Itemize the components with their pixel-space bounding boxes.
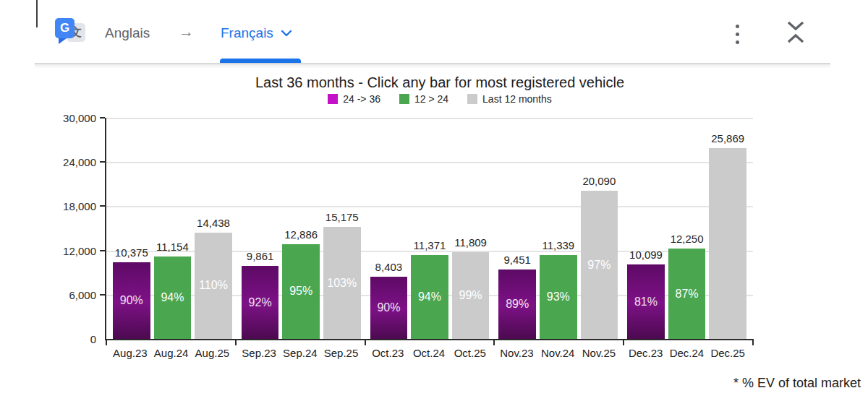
target-language-button[interactable]: Français [221,25,292,41]
bar-Oct.25[interactable]: 11,80999% [452,252,490,339]
bar-value-label: 11,339 [542,239,574,251]
divider [35,63,830,64]
x-axis-category-label: Dec.23 [627,347,665,359]
fold-triangle [59,38,67,44]
legend-swatch [467,94,477,104]
bar-group: 9,45189%11,33993%20,09097% [498,118,618,339]
x-axis-category-label: Nov.25 [580,347,618,359]
text-cursor-line [36,0,38,27]
bar-value-label: 10,099 [629,249,663,261]
y-axis-tick [100,117,105,118]
y-axis-tick [100,161,105,163]
legend: 24 -> 3612 > 24Last 12 months [0,93,868,105]
x-label-group: Sep.23Sep.24Sep.25 [240,347,359,359]
legend-item: Last 12 months [467,93,552,105]
bar-value-label: 9,861 [247,250,274,262]
bar-group: 10,09981%12,25087%25,869 [627,118,746,339]
bar-Nov.25[interactable]: 20,09097% [581,191,618,339]
y-axis-label: 30,000 [63,112,96,124]
x-axis-category-label: Aug.24 [153,347,190,359]
bar-value-label: 11,154 [156,241,189,253]
chevron-down-icon [281,30,292,37]
x-axis-category-label: Aug.23 [111,347,149,359]
x-axis-tick [493,339,495,345]
bar-Nov.24[interactable]: 11,33993% [540,255,577,339]
bar-Aug.23[interactable]: 10,37590% [113,262,150,339]
x-axis-category-label: Sep.23 [240,347,278,359]
bar-percent-label: 94% [161,291,184,304]
x-axis-category-label: Dec.25 [709,347,746,359]
legend-swatch [399,94,409,104]
bar-Oct.24[interactable]: 11,37194% [411,255,448,339]
bar-Aug.25[interactable]: 14,438110% [195,233,232,339]
legend-label: 12 > 24 [414,93,448,105]
bar-percent-label: 87% [676,288,699,301]
bar-Sep.24[interactable]: 12,88695% [282,244,320,339]
x-axis-category-label: Oct.23 [369,347,407,359]
kebab-menu-icon[interactable] [731,22,744,46]
google-translate-icon: 文 G [55,18,85,47]
x-axis-labels: Aug.23Aug.24Aug.25Sep.23Sep.24Sep.25Oct.… [105,347,753,359]
bar-value-label: 12,250 [671,233,704,245]
bar-value-label: 10,375 [115,246,148,259]
x-axis-tick [623,339,624,345]
bar-Oct.23[interactable]: 8,40390% [370,277,408,339]
legend-swatch [328,94,338,104]
x-axis-category-label: Nov.23 [498,347,536,359]
arrow-right-icon: → [179,23,194,40]
bar-percent-label: 81% [634,296,658,309]
bar-percent-label: 110% [199,279,228,292]
x-axis-category-label: Aug.25 [193,347,231,359]
x-axis-category-label: Sep.24 [281,347,319,359]
x-axis-tick [106,339,107,345]
bar-percent-label: 92% [249,296,272,309]
bar-percent-label: 95% [289,285,312,298]
bar-value-label: 8,403 [375,261,403,273]
bar-Sep.25[interactable]: 15,175103% [323,227,361,339]
y-axis-tick [100,205,105,207]
bar-percent-label: 103% [327,277,357,290]
source-language-button[interactable]: Anglais [105,25,150,41]
x-axis-tick [235,339,237,345]
bar-Dec.25[interactable]: 25,869 [709,148,746,339]
bar-Dec.24[interactable]: 12,25087% [668,249,706,339]
google-g-icon: G [55,18,75,38]
bar-Sep.23[interactable]: 9,86192% [242,266,279,339]
target-language-label: Français [221,25,273,41]
x-axis-category-label: Oct.24 [410,347,448,359]
y-axis-label: 6,000 [69,288,96,301]
collapse-icon[interactable] [783,19,808,48]
bar-Aug.24[interactable]: 11,15494% [154,256,192,339]
y-axis-label: 0 [90,333,96,345]
x-axis-category-label: Dec.24 [668,347,706,359]
plot-area: 10,37590%11,15494%14,438110%9,86192%12,8… [105,118,753,340]
y-axis-label: 24,000 [63,156,96,168]
bar-group: 8,40390%11,37194%11,80999% [370,118,490,339]
chart-footnote: * % EV of total market [0,376,861,391]
y-axis-label: 12,000 [63,244,96,256]
chart-title: Last 36 months - Click any bar for most … [0,74,868,91]
legend-label: Last 12 months [482,93,552,105]
bar-percent-label: 97% [587,259,610,272]
x-axis-category-label: Nov.24 [539,347,576,359]
bar-Nov.23[interactable]: 9,45189% [498,270,536,339]
bars-container: 10,37590%11,15494%14,438110%9,86192%12,8… [106,118,753,339]
x-axis-category-label: Oct.25 [451,347,489,359]
screen: 文 G Anglais → Français Last 36 months - … [0,0,868,401]
bar-percent-label: 89% [506,298,529,311]
x-label-group: Aug.23Aug.24Aug.25 [111,347,231,359]
x-axis-category-label: Sep.25 [323,347,360,359]
bar-percent-label: 94% [418,290,441,303]
x-axis-tick [365,339,366,345]
bar-value-label: 20,090 [582,175,616,187]
bar-group: 10,37590%11,15494%14,438110% [113,118,232,339]
x-label-group: Dec.23Dec.24Dec.25 [627,347,746,359]
bar-Dec.23[interactable]: 10,09981% [627,264,665,339]
bar-percent-label: 90% [120,294,143,307]
bar-percent-label: 93% [547,290,570,303]
x-axis-tick [752,339,754,345]
bar-value-label: 15,175 [326,211,359,223]
legend-label: 24 -> 36 [343,93,380,105]
bar-value-label: 11,371 [414,239,446,251]
bar-value-label: 11,809 [454,236,487,249]
